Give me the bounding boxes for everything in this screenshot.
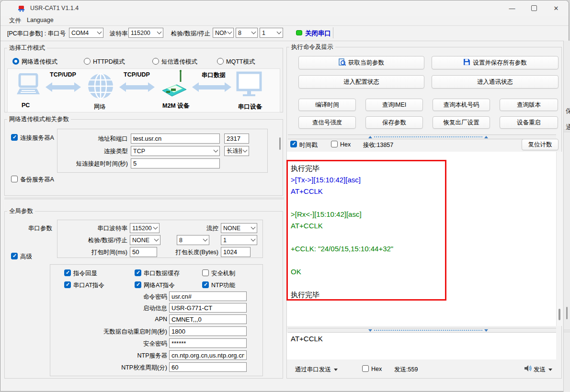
recv-hex-label: Hex bbox=[340, 141, 351, 148]
network-globe-icon bbox=[88, 73, 114, 101]
send-input-area[interactable]: AT+CCLK bbox=[287, 333, 556, 359]
log-line bbox=[291, 278, 393, 289]
server-port-input[interactable] bbox=[224, 134, 249, 144]
send-splitter[interactable] bbox=[288, 328, 556, 333]
pc-icon bbox=[16, 73, 41, 98]
serial-parity-label: 检验/数据/停止 bbox=[65, 236, 127, 245]
close-port-button[interactable]: 关闭串口 bbox=[305, 29, 331, 38]
timestamp-checkbox[interactable] bbox=[290, 141, 297, 147]
m2m-label: M2M 设备 bbox=[162, 102, 189, 110]
send-audio-icon bbox=[524, 364, 532, 374]
collapse-up-icon bbox=[368, 136, 372, 138]
chevron-down-icon bbox=[243, 148, 248, 153]
get-params-icon bbox=[339, 58, 346, 67]
serial-cache-label: 串口数据缓存 bbox=[144, 269, 180, 278]
title-bar[interactable]: USR-CAT1 V1.1.4 — ✕ bbox=[0, 0, 569, 16]
flow-select[interactable]: NONE bbox=[221, 223, 257, 233]
close-button[interactable]: ✕ bbox=[545, 0, 567, 16]
apn-input[interactable] bbox=[169, 314, 247, 324]
enter-comm-button[interactable]: 进入通讯状态 bbox=[432, 75, 559, 89]
radio-mqtt[interactable] bbox=[217, 58, 224, 65]
recv-hex-checkbox[interactable] bbox=[331, 141, 338, 147]
collapse-down-icon bbox=[368, 329, 372, 332]
edge-scrollbar-thumb[interactable] bbox=[566, 307, 568, 319]
cmd-echo-checkbox[interactable] bbox=[64, 269, 71, 276]
log-output[interactable]: 执行完毕 >[Tx->][15:10:42][asc] AT+CCLK >[Rx… bbox=[287, 152, 556, 326]
compile-time-button[interactable]: 编译时间 bbox=[298, 99, 356, 111]
packlen-input[interactable] bbox=[221, 247, 251, 257]
log-line bbox=[291, 255, 393, 266]
backup-server-label: 备份服务器A bbox=[20, 176, 54, 184]
ntp-checkbox[interactable] bbox=[202, 281, 209, 288]
serial-device-icon bbox=[236, 71, 262, 100]
parity-select[interactable]: NONE bbox=[213, 28, 234, 38]
left-scrollbar-thumb[interactable] bbox=[279, 137, 281, 150]
net-at-checkbox[interactable] bbox=[135, 281, 141, 288]
short-timeout-label: 短连接超时时间(秒) bbox=[42, 160, 128, 168]
log-line: 执行完毕 bbox=[291, 289, 393, 301]
packtime-input[interactable] bbox=[130, 247, 157, 257]
log-scrollbar[interactable] bbox=[556, 152, 562, 326]
serial-cache-checkbox[interactable] bbox=[135, 269, 141, 276]
security-label: 安全机制 bbox=[211, 269, 235, 278]
maximize-button[interactable] bbox=[523, 0, 545, 16]
ntp-period-input[interactable] bbox=[169, 362, 247, 372]
set-save-params-button[interactable]: 设置并保存所有参数 bbox=[432, 56, 559, 69]
advanced-checkbox[interactable] bbox=[11, 253, 18, 259]
query-version-button[interactable]: 查询版本 bbox=[500, 99, 558, 111]
save-params-button[interactable]: 保存参数 bbox=[365, 116, 423, 129]
keep-alive-select[interactable]: 长连接 bbox=[224, 146, 249, 156]
short-timeout-input[interactable] bbox=[131, 158, 220, 168]
link2-label: TCP/UDP bbox=[124, 71, 150, 78]
serial-baud-select[interactable]: 115200 bbox=[130, 223, 160, 233]
log-line: >[Tx->][15:10:42][asc] bbox=[291, 174, 393, 186]
stopbits-select[interactable]: 1 bbox=[260, 28, 283, 38]
databits-select[interactable]: 8 bbox=[236, 28, 258, 38]
query-imei-button[interactable]: 查询IMEI bbox=[365, 99, 423, 111]
serial-at-checkbox[interactable] bbox=[64, 281, 71, 288]
serial-at-label: 串口AT指令 bbox=[73, 281, 104, 290]
no-data-restart-input[interactable] bbox=[169, 326, 247, 336]
factory-reset-button[interactable]: 恢复出厂设置 bbox=[433, 116, 490, 129]
baud-select[interactable]: 115200 bbox=[128, 28, 163, 38]
server-a-checkbox[interactable] bbox=[11, 134, 18, 141]
enter-config-button[interactable]: 进入配置状态 bbox=[298, 75, 424, 89]
addr-port-label: 地址和端口 bbox=[42, 135, 128, 143]
chevron-down-icon bbox=[154, 237, 159, 242]
log-line: 执行完毕 bbox=[291, 163, 393, 174]
radio-sms-transparent[interactable] bbox=[152, 58, 159, 65]
send-hex-checkbox[interactable] bbox=[362, 365, 369, 372]
device-restart-button[interactable]: 设备重启 bbox=[500, 116, 558, 129]
log-scrollbar-thumb[interactable] bbox=[559, 309, 560, 320]
serial-databits-select[interactable]: 8 bbox=[177, 235, 209, 245]
query-number-button[interactable]: 查询本机号码 bbox=[433, 99, 490, 111]
serial-baud-label: 串口波特率 bbox=[65, 224, 127, 233]
menu-language[interactable]: Language bbox=[27, 17, 54, 23]
send-button[interactable]: 发送 bbox=[534, 366, 552, 374]
log-line: >[Rx<-][15:10:42][asc] bbox=[291, 209, 393, 220]
radio-httpd[interactable] bbox=[84, 58, 91, 65]
security-password-input[interactable] bbox=[169, 338, 247, 348]
get-params-button[interactable]: 获取当前参数 bbox=[298, 56, 424, 69]
conn-type-select[interactable]: TCP bbox=[131, 146, 220, 156]
boot-info-input[interactable] bbox=[169, 303, 247, 313]
cmd-password-input[interactable] bbox=[169, 291, 247, 301]
menu-file[interactable]: 文件 bbox=[9, 17, 21, 25]
timestamp-label: 时间戳 bbox=[299, 141, 318, 149]
cmd-password-label: 命令密码 bbox=[54, 293, 167, 301]
server-address-input[interactable] bbox=[131, 134, 220, 144]
serial-parity-select[interactable]: NONE bbox=[130, 235, 160, 245]
com-port-select[interactable]: COM4 bbox=[69, 28, 103, 38]
work-mode-title: 选择工作模式 bbox=[7, 44, 47, 52]
security-checkbox[interactable] bbox=[202, 269, 209, 276]
send-via-serial-dropdown[interactable]: 通过串口发送 bbox=[295, 366, 338, 374]
backup-server-checkbox[interactable] bbox=[11, 176, 18, 182]
radio-net-transparent[interactable] bbox=[12, 58, 19, 65]
chevron-down-icon bbox=[153, 225, 158, 230]
serial-stopbits-select[interactable]: 1 bbox=[221, 235, 257, 245]
reset-count-button[interactable]: 复位计数 bbox=[522, 139, 559, 150]
log-splitter[interactable] bbox=[288, 134, 556, 139]
query-signal-button[interactable]: 查信号强度 bbox=[298, 116, 356, 129]
ntp-server-input[interactable] bbox=[169, 350, 247, 360]
minimize-button[interactable]: — bbox=[501, 0, 523, 16]
